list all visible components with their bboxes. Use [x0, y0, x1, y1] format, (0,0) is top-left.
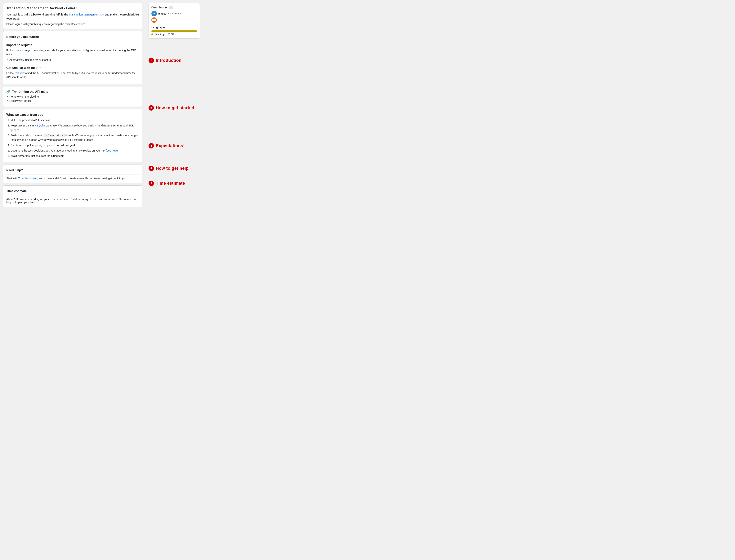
expectations-heading: What we expect from you	[6, 113, 139, 117]
help-heading: Need help?	[6, 169, 139, 172]
collapsible-remotely[interactable]: ► Remotely on the pipeline	[6, 95, 139, 98]
annotation-5: 5 Time estimate	[148, 181, 200, 186]
intro-paragraph-2: Please agree with your hiring team regar…	[6, 23, 139, 26]
annotation-label-5: Time estimate	[156, 181, 185, 186]
languages-section: Languages JavaScript 100.0%	[151, 26, 197, 36]
annotations: 1 Introduction 2 How to get started 3 Ex…	[148, 42, 200, 188]
expectation-item-6: Await further instructions from the hiri…	[11, 154, 139, 158]
contributors-title: Contributors 2	[151, 6, 197, 9]
contributor-item-1: AF fenske Anton Fenske	[151, 11, 197, 16]
divider-4	[6, 195, 139, 195]
get-familiar-heading: Get familiar with the API	[6, 66, 139, 70]
try-api-card: 🔗 Try running the API tests ► Remotely o…	[3, 87, 142, 107]
boilerplate-link[interactable]: this link	[15, 49, 24, 52]
expectation-item-5: Document the tech decisions you've made …	[11, 148, 139, 153]
time-heading: Time estimate	[6, 189, 139, 193]
contributor-item-2: 🕷	[151, 17, 197, 23]
before-start-heading: Before you get started	[6, 35, 139, 39]
annotation-label-1: Introduction	[156, 58, 181, 63]
divider-2	[6, 64, 139, 64]
expectation-item-3: Push your code to the new implementation…	[11, 133, 139, 142]
help-text: Start with Troubleshooting, and in case …	[6, 177, 139, 180]
annotation-label-3: Expectations!	[156, 143, 185, 148]
main-content: Transaction Management Backend - Level 1…	[0, 0, 145, 560]
import-boilerplate-text: Follow this link to get the boilerplate …	[6, 48, 139, 56]
annotation-number-1: 1	[148, 58, 154, 63]
time-text: About 1-3 hours depending on your experi…	[6, 198, 139, 204]
expectation-item-1: Make the provided API tests pass.	[11, 118, 139, 123]
remotely-label: Remotely on the pipeline	[9, 95, 39, 98]
import-boilerplate-heading: Import boilerplate	[6, 43, 139, 47]
collapsible-arrow: ►	[6, 58, 9, 61]
intro-bold-2: fulfills the	[55, 13, 68, 16]
annotation-2: 2 How to get started	[148, 105, 200, 111]
troubleshooting-link[interactable]: Troubleshooting	[18, 177, 37, 180]
language-name: JavaScript	[154, 33, 165, 36]
language-dot	[151, 33, 153, 35]
api-link[interactable]: Transaction Management API	[69, 13, 104, 16]
time-card: Time estimate About 1-3 hours depending …	[3, 185, 142, 207]
language-legend: JavaScript 100.0%	[151, 33, 197, 36]
arrow-remotely: ►	[6, 95, 9, 98]
language-percent: 100.0%	[166, 33, 174, 36]
expectation-item-4: Create a new pull request, but please do…	[11, 143, 139, 148]
contributors-section: Contributors 2 AF fenske Anton Fenske 🕷 …	[148, 3, 200, 39]
annotation-3: 3 Expectations!	[148, 143, 200, 148]
annotation-label-4: How to get help	[156, 166, 188, 171]
see-how-link[interactable]: see how	[107, 149, 117, 152]
time-bold: 1-3 hours	[14, 198, 26, 201]
locally-label: Locally with Docker	[9, 99, 33, 102]
language-bar	[151, 30, 197, 32]
contributor-username-1: fenske	[158, 12, 166, 15]
title-card: Transaction Management Backend - Level 1…	[3, 3, 142, 29]
contributor-fullname-1: Anton Fenske	[168, 12, 182, 15]
implementation-code: implementation	[43, 134, 65, 137]
annotation-number-2: 2	[148, 105, 154, 111]
annotation-number-4: 4	[148, 166, 154, 171]
expectations-card: What we expect from you Make the provide…	[3, 109, 142, 162]
try-api-heading: 🔗 Try running the API tests	[6, 90, 139, 94]
annotation-4: 4 How to get help	[148, 166, 200, 171]
annotation-label-2: How to get started	[156, 105, 194, 110]
sidebar: Contributors 2 AF fenske Anton Fenske 🕷 …	[145, 0, 203, 560]
try-api-heading-text: Try running the API tests	[12, 90, 48, 94]
contributors-count: 2	[169, 6, 173, 9]
collapsible-locally[interactable]: ► Locally with Docker	[6, 99, 139, 102]
collapsible-manual-setup[interactable]: ► Alternatively, use the manual setup.	[6, 58, 139, 61]
arrow-locally: ►	[6, 99, 9, 102]
intro-paragraph-1: Your task is to build a backend app that…	[6, 13, 139, 21]
intro-bold-1: build a backend app	[24, 13, 50, 16]
contributors-label: Contributors	[151, 6, 168, 9]
annotation-number-3: 3	[148, 143, 154, 148]
annotation-1: 1 Introduction	[148, 58, 200, 63]
expectations-list: Make the provided API tests pass. Keep s…	[6, 118, 139, 158]
collapsible-label: Alternatively, use the manual setup.	[9, 58, 52, 61]
do-not-merge: do not merge it	[56, 144, 75, 147]
help-card: Need help? Start with Troubleshooting, a…	[3, 165, 142, 183]
sqlite-link[interactable]: SQLite	[37, 124, 45, 127]
avatar-1: AF	[151, 11, 157, 16]
annotation-number-5: 5	[148, 181, 154, 186]
languages-title: Languages	[151, 26, 197, 29]
page-title: Transaction Management Backend - Level 1	[6, 6, 139, 10]
before-start-card: Before you get started Import boilerplat…	[3, 31, 142, 84]
get-familiar-text: Follow this link to find the API documen…	[6, 71, 139, 79]
avatar-2: 🕷	[151, 17, 157, 23]
expectation-item-2: Keep server data in a SQLite database. W…	[11, 123, 139, 133]
api-doc-link[interactable]: this link	[15, 72, 24, 75]
link-icon: 🔗	[6, 90, 10, 94]
